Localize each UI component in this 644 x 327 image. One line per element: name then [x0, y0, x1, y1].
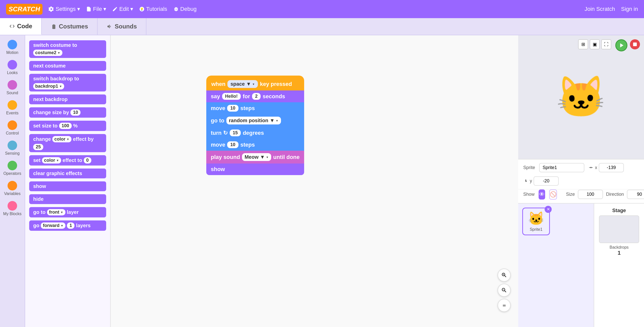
backdrops-label: Backdrops — [610, 245, 629, 250]
move-block-2[interactable]: move 10 steps — [206, 139, 304, 151]
move-block-1[interactable]: move 10 steps — [206, 102, 304, 114]
stage-mini-thumb[interactable] — [599, 215, 639, 243]
goto-block[interactable]: go to random position ▼ — [206, 114, 304, 127]
degrees-input[interactable]: 15 — [230, 129, 241, 136]
stage-mini-label: Stage — [612, 208, 626, 213]
show-label: Show — [523, 192, 535, 197]
sprite-label: Sprite — [523, 165, 535, 170]
hide-eye-button[interactable]: 🚫 — [549, 189, 557, 200]
sidebar-item-variables[interactable]: Variables — [3, 179, 22, 198]
zoom-in-button[interactable] — [498, 269, 511, 282]
block-change-size[interactable]: change size by 10 — [29, 107, 106, 118]
sound-dropdown[interactable]: Meow ▼ — [242, 153, 271, 161]
stage-area: ⊞ ▣ ⛶ 🐱 — [518, 35, 644, 159]
say-block[interactable]: say Hello! for 2 seconds — [206, 90, 304, 102]
tutorials-menu[interactable]: 💡 Tutorials — [139, 6, 167, 12]
sprite-delete-button[interactable]: ✕ — [545, 206, 552, 213]
tabs-row: Code Costumes Sounds — [0, 18, 644, 35]
goto-dropdown[interactable]: random position ▼ — [226, 117, 281, 124]
control-icon — [8, 120, 17, 130]
blocks-panel: switch costume to costume2 next costume … — [25, 35, 111, 327]
sprite-list: ✕ 🐱 Sprite1 — [518, 204, 594, 327]
scratch-logo[interactable]: SCRATCH — [6, 4, 43, 15]
block-next-costume[interactable]: next costume — [29, 61, 106, 71]
sidebar-item-motion[interactable]: Motion — [5, 38, 20, 56]
block-go-to-layer[interactable]: go to front layer — [29, 207, 106, 217]
block-switch-costume[interactable]: switch costume to costume2 — [29, 40, 106, 58]
events-icon — [8, 100, 17, 110]
svg-rect-2 — [633, 43, 637, 46]
block-clear-effects[interactable]: clear graphic effects — [29, 169, 106, 178]
sprite-show-row: Show 👁 🚫 Size Direction — [518, 189, 644, 203]
fullscreen-button[interactable]: ⛶ — [601, 39, 611, 49]
x-input[interactable] — [599, 163, 624, 172]
playsound-block[interactable]: play sound Meow ▼ until done — [206, 151, 304, 164]
small-stage-button[interactable]: ⊞ — [578, 39, 588, 49]
direction-input[interactable] — [627, 190, 644, 199]
y-input[interactable] — [534, 176, 559, 186]
right-panel: ⊞ ▣ ⛶ 🐱 Sprite x y — [518, 35, 644, 327]
file-menu[interactable]: File ▾ — [86, 6, 106, 12]
script-stack: when space ▼ key pressed say Hello! for … — [206, 76, 304, 175]
normal-stage-button[interactable]: ▣ — [590, 39, 600, 49]
backdrops-count: 1 — [618, 250, 621, 256]
block-next-backdrop[interactable]: next backdrop — [29, 94, 106, 104]
sidebar-item-control[interactable]: Control — [4, 119, 20, 137]
variables-icon — [8, 181, 17, 190]
steps-input-1[interactable]: 10 — [227, 105, 238, 112]
seconds-input[interactable]: 2 — [252, 93, 261, 100]
block-switch-backdrop[interactable]: switch backdrop to backdrop1 — [29, 74, 106, 91]
sidebar-item-myblocks[interactable]: My Blocks — [2, 200, 23, 218]
sprite-x-coord: x — [588, 163, 624, 172]
tab-code[interactable]: Code — [0, 18, 42, 35]
block-set-effect[interactable]: set color effect to 0 — [29, 155, 106, 166]
sidebar-item-operators[interactable]: Operators — [2, 159, 23, 177]
sprite-info-panel: Sprite x y Show 👁 🚫 Size — [518, 159, 644, 203]
block-hide[interactable]: hide — [29, 194, 106, 204]
green-flag-button[interactable] — [615, 39, 627, 51]
say-input[interactable]: Hello! — [222, 93, 241, 100]
stop-button[interactable] — [630, 39, 640, 49]
turn-block[interactable]: turn ↻ 15 degrees — [206, 127, 304, 139]
operators-icon — [8, 161, 17, 170]
sidebar-item-sound[interactable]: Sound — [5, 79, 20, 97]
block-show[interactable]: show — [29, 181, 106, 191]
zoom-controls: ＝ — [498, 269, 511, 312]
zoom-out-button[interactable] — [498, 284, 511, 297]
stage-controls — [615, 39, 640, 51]
debug-menu[interactable]: Debug — [173, 6, 197, 12]
join-scratch-link[interactable]: Join Scratch — [585, 6, 615, 12]
nav-right: Join Scratch Sign in — [585, 6, 638, 12]
sidebar-item-events[interactable]: Events — [5, 99, 20, 117]
stage-mini-panel: Stage Backdrops 1 — [594, 204, 644, 327]
show-block[interactable]: show — [206, 164, 304, 175]
sprite-thumb-sprite1[interactable]: ✕ 🐱 Sprite1 — [522, 208, 550, 235]
block-set-size[interactable]: set size to 100 % — [29, 121, 106, 131]
view-mode-buttons: ⊞ ▣ ⛶ — [578, 39, 611, 49]
script-area: when space ▼ key pressed say Hello! for … — [111, 35, 518, 327]
steps-input-2[interactable]: 10 — [227, 141, 238, 148]
zoom-fit-button[interactable]: ＝ — [498, 299, 511, 312]
tab-costumes[interactable]: Costumes — [42, 18, 98, 35]
sidebar: Motion Looks Sound Events Control Sensin… — [0, 35, 25, 327]
looks-icon — [8, 60, 17, 70]
block-change-effect[interactable]: change color effect by 25 — [29, 134, 106, 152]
sidebar-item-looks[interactable]: Looks — [6, 58, 19, 77]
script-canvas: when space ▼ key pressed say Hello! for … — [111, 35, 518, 327]
sprite-name-input[interactable] — [539, 163, 584, 172]
edit-menu[interactable]: Edit ▾ — [112, 6, 133, 12]
show-eye-button[interactable]: 👁 — [539, 189, 545, 200]
settings-menu[interactable]: Settings ▾ — [49, 6, 80, 12]
sprite-thumb-cat: 🐱 — [528, 211, 544, 226]
myblocks-icon — [8, 201, 17, 211]
block-go-layers[interactable]: go forward 1 layers — [29, 220, 106, 231]
size-input[interactable] — [578, 190, 603, 199]
tab-sounds[interactable]: Sounds — [98, 18, 146, 35]
key-dropdown[interactable]: space ▼ — [227, 80, 258, 88]
hat-block[interactable]: when space ▼ key pressed — [206, 76, 304, 90]
sidebar-item-sensing[interactable]: Sensing — [4, 139, 21, 157]
sign-in-link[interactable]: Sign in — [621, 6, 638, 12]
bottom-row: ✕ 🐱 Sprite1 Stage Backdrops 1 — [518, 203, 644, 327]
sound-icon — [8, 80, 17, 90]
size-dir-row: Size Direction — [566, 190, 644, 199]
